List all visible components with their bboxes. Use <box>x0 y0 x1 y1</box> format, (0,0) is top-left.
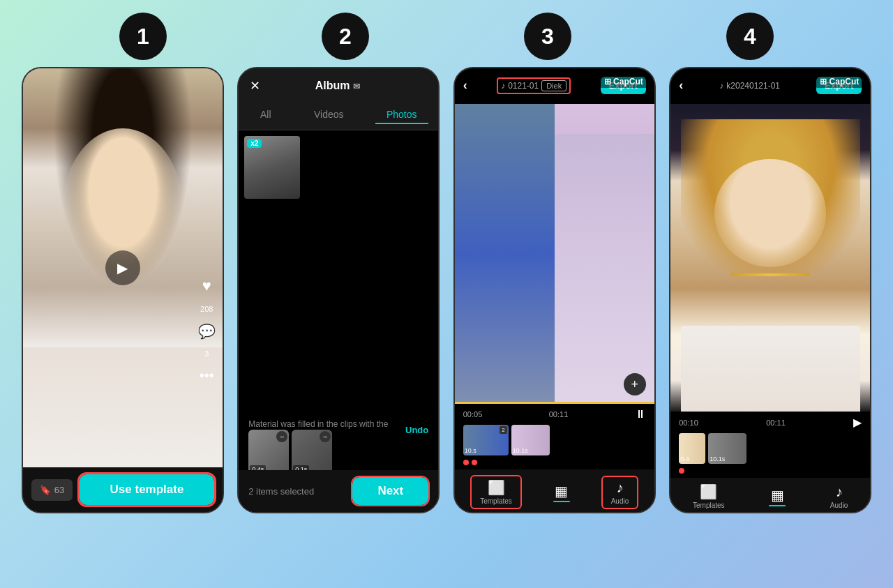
phone4-toolbar: ⬜ Templates ▦ ♪ Audio <box>670 478 870 512</box>
step-4-number: 4 <box>744 24 756 50</box>
phone4-timeline-dot <box>679 468 684 474</box>
phone4-music-info: ♪ k20240121-01 <box>719 81 780 91</box>
video-left <box>455 104 555 404</box>
phone4-toolbar-edit[interactable]: ▦ <box>769 487 786 506</box>
album-title: Album ✉ <box>315 80 360 92</box>
templates-label: Templates <box>480 497 512 505</box>
phone4-play-button[interactable]: ▶ <box>853 416 862 429</box>
music-title-label: 0121-01 <box>508 81 539 91</box>
phone4-toolbar-templates[interactable]: ⬜ Templates <box>693 483 725 509</box>
phone4-time-row: 00:10 00:11 ▶ <box>679 416 862 429</box>
undo-button[interactable]: Undo <box>405 425 428 435</box>
x2-badge: x2 <box>247 139 262 148</box>
phone4-templates-label: Templates <box>693 502 725 509</box>
toolbar-edit[interactable]: ▦ <box>553 483 570 502</box>
step-3-number: 3 <box>541 24 554 50</box>
templates-icon: ⬜ <box>488 479 505 496</box>
toolbar-templates[interactable]: ⬜ Templates <box>470 475 522 509</box>
music-info-box: ♪ 0121-01 Diek <box>497 77 571 94</box>
phone4-video-area <box>670 104 870 412</box>
phone3-timeline: 00:05 00:11 ⏸ 2 10.s 10.1s <box>455 404 654 469</box>
mail-icon: ✉ <box>353 82 360 91</box>
diek-badge: Diek <box>541 80 566 91</box>
phone-4: ‹ ♪ k20240121-01 Export ⊞ CapCut <box>669 67 871 513</box>
phone1-action-bar: 🔖 63 Use template <box>23 467 223 512</box>
phone-3: ‹ ♪ 0121-01 Diek Export ⊞ CapCut <box>453 67 656 513</box>
phone4-audio-label: Audio <box>830 502 848 509</box>
photo-thumbnail[interactable]: x2 <box>244 136 300 199</box>
audio-label: Audio <box>611 497 629 505</box>
video-right <box>555 104 654 404</box>
phone4-back-button[interactable]: ‹ <box>679 78 683 93</box>
comments-count: 3 <box>204 349 209 358</box>
track-badge: 2 <box>500 426 506 434</box>
phone4-track2-time: 10.1s <box>710 455 725 462</box>
phone-1: ▶ ‹ ♥ 208 💬 3 ••• R RXX [LDR] Follow <box>22 67 224 513</box>
phone4-track-clip-2[interactable]: 10.1s <box>708 433 746 464</box>
step-3-circle: 3 <box>524 13 571 60</box>
phone4-timeline-track: 0.4 10.1s <box>679 433 862 464</box>
track-clip-2[interactable]: 10.1s <box>511 425 550 455</box>
next-button[interactable]: Next <box>352 477 428 505</box>
track2-time: 10.1s <box>513 447 528 454</box>
phone4-total-time: 00:11 <box>766 419 786 427</box>
step-1-circle: 1 <box>119 13 167 60</box>
phone4-timeline: 00:10 00:11 ▶ 0.4 10.1s <box>670 412 870 478</box>
phone4-track1-time: 0.4 <box>680 455 689 462</box>
pause-button[interactable]: ⏸ <box>635 408 646 421</box>
album-tabs: All Videos Photos <box>239 100 438 130</box>
phone4-audio-icon: ♪ <box>836 484 843 500</box>
phone4-music-title: k20240121-01 <box>726 81 780 91</box>
use-template-button[interactable]: Use template <box>80 474 214 505</box>
time-row: 00:05 00:11 ⏸ <box>463 408 646 421</box>
remove-1-button[interactable]: − <box>276 431 287 442</box>
phone4-capcut-logo: ⊞ CapCut <box>816 75 863 88</box>
close-button[interactable]: ✕ <box>250 78 260 93</box>
music-note-icon: ♪ <box>501 81 505 91</box>
step-2-circle: 2 <box>322 13 369 60</box>
likes-count: 208 <box>200 305 213 313</box>
tab-videos[interactable]: Videos <box>303 106 355 124</box>
thumb-2[interactable]: − 0.1s <box>292 430 332 475</box>
timeline-dot-2 <box>472 460 477 465</box>
phone4-active-bar <box>769 505 786 506</box>
phone4-track-clip-1[interactable]: 0.4 <box>679 433 705 464</box>
photo-grid: x2 Material was filled in the clips with… <box>239 130 438 512</box>
track-clip-1[interactable]: 2 10.s <box>463 425 509 455</box>
play-button[interactable]: ▶ <box>105 250 140 285</box>
remove-2-button[interactable]: − <box>320 431 331 442</box>
step-2-number: 2 <box>339 24 352 50</box>
phone1-right-icons: ♥ 208 💬 3 ••• <box>198 277 216 384</box>
phone4-current-time: 00:10 <box>679 419 698 427</box>
bookmark-button[interactable]: 🔖 63 <box>31 479 73 501</box>
add-clip-button[interactable]: + <box>624 373 646 395</box>
more-icon[interactable]: ••• <box>200 368 214 384</box>
timeline-track: 2 10.s 10.1s <box>463 425 646 455</box>
phone-2: ✕ Album ✉ All Videos Photos x2 Material <box>237 67 440 513</box>
phone2-header: ✕ Album ✉ <box>239 68 438 100</box>
thumb-1[interactable]: − 0.4s <box>248 430 289 475</box>
phone4-edit-icon: ▦ <box>771 487 784 504</box>
comment-icon[interactable]: 💬 <box>198 323 216 340</box>
total-time: 00:11 <box>549 410 569 419</box>
music-info: ♪ 0121-01 Diek <box>501 80 566 91</box>
bookmark-icon: 🔖 <box>40 485 51 495</box>
audio-icon: ♪ <box>616 480 623 496</box>
tab-all[interactable]: All <box>249 106 283 124</box>
toolbar-audio[interactable]: ♪ Audio <box>601 476 639 509</box>
timeline-dot-1 <box>463 460 469 465</box>
heart-icon[interactable]: ♥ <box>202 277 211 295</box>
step-1-number: 1 <box>137 24 149 50</box>
edit-icon: ▦ <box>555 483 568 499</box>
tab-photos[interactable]: Photos <box>375 106 428 124</box>
step-4-circle: 4 <box>726 13 774 60</box>
phone4-toolbar-audio[interactable]: ♪ Audio <box>830 484 848 509</box>
split-video <box>455 104 654 404</box>
selected-count: 2 items selected <box>248 486 314 497</box>
phone4-music-note: ♪ <box>719 81 723 91</box>
step-numbers-row: 1 2 3 4 <box>0 0 893 67</box>
phones-row: ▶ ‹ ♥ 208 💬 3 ••• R RXX [LDR] Follow <box>0 67 893 513</box>
phone3-back-button[interactable]: ‹ <box>463 78 467 93</box>
phone3-video-area: + <box>455 104 654 404</box>
phone2-bottom-bar: 2 items selected Next <box>239 470 438 512</box>
